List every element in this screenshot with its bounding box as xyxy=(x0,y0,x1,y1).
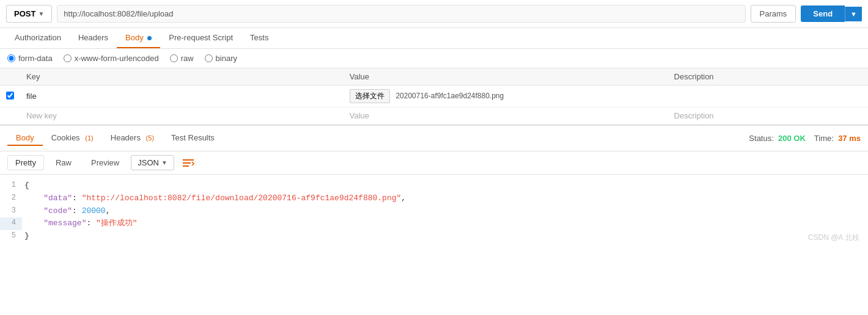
watermark: CSDN @A 北枝 xyxy=(808,233,859,243)
tab-tests[interactable]: Tests xyxy=(241,28,277,48)
json-line-5: 5 } xyxy=(0,230,868,243)
tab-authorization[interactable]: Authorization xyxy=(6,28,70,48)
line-content-1: { xyxy=(22,179,29,192)
line-number-1: 1 xyxy=(0,179,22,192)
new-row-value-cell[interactable]: Value xyxy=(344,107,668,125)
col-checkbox-header xyxy=(0,68,20,85)
send-button-group: Send ▼ xyxy=(801,5,862,22)
table-row: file 选择文件 20200716-af9fc1ae9d24f880.png xyxy=(0,85,868,107)
request-nav-tabs: Authorization Headers Body Pre-request S… xyxy=(0,28,868,49)
new-row-checkbox-cell xyxy=(0,107,20,125)
line-number-3: 3 xyxy=(0,205,22,218)
response-tab-test-results[interactable]: Test Results xyxy=(163,131,223,146)
wrap-icon[interactable] xyxy=(182,158,195,168)
pretty-button[interactable]: Pretty xyxy=(7,155,44,170)
line-number-4: 4 xyxy=(0,217,22,230)
json-value-code: 20000 xyxy=(82,206,106,215)
params-table: Key Value Description file 选择文件 20200716… xyxy=(0,68,868,125)
method-label: POST xyxy=(14,9,35,18)
new-row-action-cell xyxy=(856,107,868,125)
format-select[interactable]: JSON ▼ xyxy=(131,155,174,170)
choose-file-button[interactable]: 选择文件 xyxy=(350,89,390,103)
json-line-4: 4 "message": "操作成功" xyxy=(0,217,868,230)
format-chevron: ▼ xyxy=(161,159,167,166)
preview-button[interactable]: Preview xyxy=(83,155,127,170)
response-section: Body Cookies (1) Headers (5) Test Result… xyxy=(0,125,868,248)
line-content-5: } xyxy=(22,230,29,243)
body-type-urlencoded[interactable]: x-www-form-urlencoded xyxy=(64,54,159,63)
row-key-value: file xyxy=(26,92,37,101)
tab-body[interactable]: Body xyxy=(117,28,160,48)
json-response-body: 1 { 2 "data": "http://localhost:8082/fil… xyxy=(0,175,868,248)
time-label: Time: 37 ms xyxy=(814,134,861,143)
row-description-cell xyxy=(668,85,856,107)
json-key-data: "data" xyxy=(43,194,72,203)
new-desc-placeholder: Description xyxy=(674,111,714,120)
line-number-2: 2 xyxy=(0,192,22,205)
response-tabs: Body Cookies (1) Headers (5) Test Result… xyxy=(7,131,223,146)
new-row-key-cell[interactable]: New key xyxy=(20,107,344,125)
format-select-label: JSON xyxy=(138,158,159,167)
line-content-3: "code": 20000, xyxy=(22,205,110,218)
col-description-header: Description xyxy=(668,68,856,85)
row-key-cell: file xyxy=(20,85,344,107)
format-bar: Pretty Raw Preview JSON ▼ xyxy=(0,151,868,175)
row-checkbox-cell xyxy=(0,85,20,107)
body-type-binary[interactable]: binary xyxy=(205,54,237,63)
col-action-header xyxy=(856,68,868,85)
url-input[interactable] xyxy=(57,5,745,23)
method-selector[interactable]: POST ▼ xyxy=(6,5,52,23)
tab-headers[interactable]: Headers xyxy=(70,28,117,48)
body-type-form-data[interactable]: form-data xyxy=(7,54,53,63)
body-type-raw[interactable]: raw xyxy=(170,54,194,63)
new-value-placeholder: Value xyxy=(350,111,369,120)
line-content-4: "message": "操作成功" xyxy=(22,217,138,230)
row-value-cell: 选择文件 20200716-af9fc1ae9d24f880.png xyxy=(344,85,668,107)
json-key-message: "message" xyxy=(43,219,86,228)
tab-pre-request[interactable]: Pre-request Script xyxy=(160,28,241,48)
send-dropdown-button[interactable]: ▼ xyxy=(845,7,862,21)
line-number-5: 5 xyxy=(0,230,22,243)
json-key-code: "code" xyxy=(43,206,72,215)
new-param-row: New key Value Description xyxy=(0,107,868,125)
top-bar: POST ▼ Params Send ▼ xyxy=(0,0,868,28)
status-value: 200 OK xyxy=(778,134,806,143)
new-key-placeholder: New key xyxy=(26,111,57,120)
json-line-3: 3 "code": 20000, xyxy=(0,205,868,218)
response-status-area: Status: 200 OK Time: 37 ms xyxy=(749,134,861,143)
json-value-message: "操作成功" xyxy=(96,219,138,228)
line-content-2: "data": "http://localhost:8082/file/down… xyxy=(22,192,406,205)
headers-badge: (5) xyxy=(144,134,155,142)
json-line-2: 2 "data": "http://localhost:8082/file/do… xyxy=(0,192,868,205)
json-value-data: "http://localhost:8082/file/download/202… xyxy=(82,194,402,203)
status-label: Status: 200 OK xyxy=(749,134,806,143)
row-action-cell xyxy=(856,85,868,107)
col-key-header: Key xyxy=(20,68,344,85)
response-header-bar: Body Cookies (1) Headers (5) Test Result… xyxy=(0,125,868,151)
response-tab-cookies[interactable]: Cookies (1) xyxy=(43,131,102,146)
col-value-header: Value xyxy=(344,68,668,85)
response-tab-body[interactable]: Body xyxy=(7,131,43,146)
body-dot-indicator xyxy=(147,36,152,40)
send-main-button[interactable]: Send xyxy=(801,5,845,22)
time-value: 37 ms xyxy=(838,134,861,143)
raw-button[interactable]: Raw xyxy=(48,155,79,170)
file-name-display: 20200716-af9fc1ae9d24f880.png xyxy=(395,92,504,100)
method-chevron: ▼ xyxy=(38,10,44,17)
body-type-selector: form-data x-www-form-urlencoded raw bina… xyxy=(0,49,868,68)
json-line-1: 1 { xyxy=(0,179,868,192)
response-tab-headers[interactable]: Headers (5) xyxy=(102,131,163,146)
row-checkbox[interactable] xyxy=(6,92,14,100)
new-row-desc-cell[interactable]: Description xyxy=(668,107,856,125)
params-button[interactable]: Params xyxy=(751,5,796,23)
cookies-badge: (1) xyxy=(83,134,94,142)
